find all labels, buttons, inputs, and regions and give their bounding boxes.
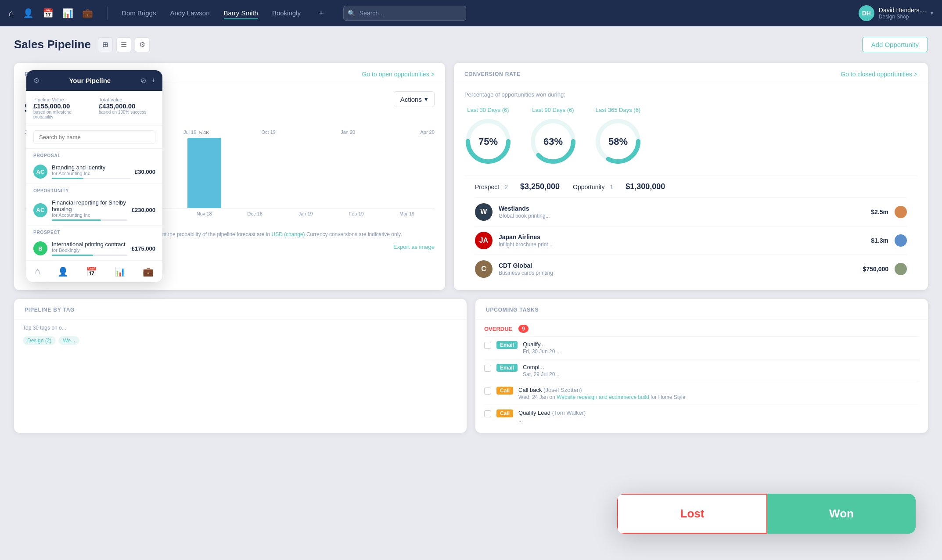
export-button[interactable]: Export as image (393, 244, 435, 250)
opp-desc: Global book printing... (499, 213, 865, 219)
mobile-person-icon[interactable]: 👤 (58, 266, 68, 277)
home-icon[interactable]: ⌂ (9, 8, 14, 18)
nav-tab-barry-smith[interactable]: Barry Smith (224, 7, 258, 19)
mobile-opp-info: Financial reporting for Shelby housing f… (52, 199, 127, 221)
opportunity-row[interactable]: CCDT Global Business cards printing$750,… (475, 255, 907, 283)
opportunity-row[interactable]: JAJapan Airlines Inflight brochure print… (475, 226, 907, 255)
calendar-icon[interactable]: 📅 (43, 8, 54, 18)
mobile-stat-sub: based on 100% success (99, 110, 155, 115)
mobile-opp-item[interactable]: B International printing contract for Bo… (26, 237, 162, 261)
top-navigation: ⌂ 👤 📅 📊 💼 Dom Briggs Andy Lawson Barry S… (0, 0, 942, 26)
add-tab-button[interactable]: + (318, 7, 324, 19)
nav-tab-dom-briggs[interactable]: Dom Briggs (122, 7, 156, 19)
task-checkbox[interactable] (484, 410, 491, 417)
list-view-button[interactable]: ☰ (116, 37, 131, 52)
user-profile[interactable]: DH David Henders.... Design Shop ▾ (859, 5, 933, 21)
task-checkbox[interactable] (484, 342, 491, 349)
settings-view-button[interactable]: ⚙ (135, 37, 150, 52)
opportunity-list: WWestlands Global book printing...$2.5mJ… (464, 197, 917, 283)
mobile-stat: Total Value £435,000.00 based on 100% su… (99, 97, 155, 119)
tasks-card-header: UPCOMING TASKS (475, 299, 928, 319)
mobile-header-icons: ⊘ + (140, 76, 155, 85)
lost-button[interactable]: Lost (617, 494, 767, 534)
filter-icon[interactable]: ⊘ (140, 76, 146, 85)
conversion-rate-card: CONVERSION RATE Go to closed opportuniti… (454, 63, 928, 290)
briefcase-icon[interactable]: 💼 (82, 8, 93, 18)
search-area: 🔍 (343, 6, 466, 21)
chart-date-3: Oct 19 (262, 129, 276, 135)
add-opportunity-button[interactable]: Add Opportunity (862, 37, 928, 52)
mobile-bottom-nav: ⌂ 👤 📅 📊 💼 (26, 261, 162, 282)
actions-label: Actions (400, 96, 422, 103)
pipeline-open-link[interactable]: Go to open opportunities > (362, 71, 435, 78)
mobile-section-label: PROPOSAL (26, 149, 162, 160)
mobile-home-icon[interactable]: ⌂ (35, 266, 40, 277)
overdue-badge: 9 (518, 325, 529, 333)
mobile-opp-info: International printing contract for Book… (52, 241, 127, 256)
mobile-briefcase-icon[interactable]: 💼 (143, 266, 154, 277)
mobile-chart-icon[interactable]: 📊 (115, 266, 126, 277)
opp-amount: $750,000 (863, 266, 888, 273)
task-title: Qualify... (523, 341, 919, 348)
lost-won-buttons: Lost Won (617, 494, 916, 534)
stage-name: Prospect (475, 183, 499, 190)
kanban-view-button[interactable]: ⊞ (98, 37, 113, 52)
nav-divider (107, 7, 108, 20)
chevron-down-icon: ▾ (931, 10, 933, 16)
task-row: EmailQualify...Fri, 30 Jun 20... (484, 336, 919, 359)
mobile-opp-amount: £230,000 (132, 207, 155, 213)
page-title: Sales Pipeline (14, 38, 91, 51)
mobile-calendar-icon[interactable]: 📅 (86, 266, 97, 277)
footer-currency[interactable]: USD (271, 231, 282, 237)
gear-icon[interactable]: ⚙ (33, 76, 40, 85)
tag-subtitle: Top 30 tags on o... (23, 325, 458, 331)
chart-icon[interactable]: 📊 (62, 8, 73, 18)
won-button[interactable]: Won (767, 494, 916, 534)
opportunity-row[interactable]: WWestlands Global book printing...$2.5m (475, 197, 907, 226)
mobile-stat-label: Total Value (99, 97, 155, 102)
donut-period-label[interactable]: Last 90 Days (6) (532, 107, 574, 113)
mobile-opp-amount: £175,000 (132, 245, 155, 252)
opp-info: CDT Global Business cards printing (499, 262, 857, 276)
donut-svg: 58% (594, 118, 642, 165)
mobile-section-label: OPPORTUNITY (26, 184, 162, 195)
donut-period-label[interactable]: Last 30 Days (6) (467, 107, 509, 113)
donut-period-label[interactable]: Last 365 Days (6) (596, 107, 641, 113)
plus-icon[interactable]: + (151, 76, 155, 85)
mobile-opp-bar (52, 178, 130, 179)
tag-pill[interactable]: Design (2) (23, 336, 56, 345)
user-name: David Henders.... (879, 7, 926, 14)
conversion-closed-link[interactable]: Go to closed opportunities > (841, 71, 917, 78)
mobile-search-input[interactable] (33, 130, 155, 144)
tag-card-header: PIPELINE BY TAG (14, 299, 467, 319)
task-content: Qualify...Fri, 30 Jun 20... (523, 341, 919, 355)
mobile-search (26, 126, 162, 149)
task-checkbox[interactable] (484, 388, 491, 395)
actions-button[interactable]: Actions ▾ (394, 91, 435, 107)
stage-name: Opportunity (573, 183, 604, 190)
chart-date-2: Jul 19 (183, 129, 196, 135)
footer-change[interactable]: (change) (284, 231, 305, 237)
mobile-opp-item[interactable]: AC Financial reporting for Shelby housin… (26, 195, 162, 226)
mobile-opp-avatar: AC (33, 203, 47, 217)
search-input[interactable] (343, 6, 466, 21)
mobile-panel: ⚙ Your Pipeline ⊘ + Pipeline Value £155,… (26, 70, 162, 282)
upcoming-tasks-card: UPCOMING TASKS OVERDUE 9 EmailQualify...… (475, 299, 928, 433)
stage-count: 1 (610, 183, 613, 190)
mobile-opp-sub: for Bookingly (52, 248, 127, 253)
bar-x-label: Dec 18 (231, 211, 279, 216)
nav-tab-andy-lawson[interactable]: Andy Lawson (170, 7, 209, 19)
task-link[interactable]: Website redesign and ecommerce build (557, 394, 649, 400)
task-checkbox[interactable] (484, 365, 491, 372)
person-icon[interactable]: 👤 (23, 8, 34, 18)
mobile-opp-item[interactable]: AC Branding and identity for Accounting … (26, 160, 162, 184)
tag-pills: Design (2)We... (23, 336, 458, 345)
task-row: CallQualify Lead (Tom Walker)... (484, 405, 919, 427)
donut-svg: 63% (529, 118, 577, 165)
bar-x-label: Nov 18 (180, 211, 228, 216)
task-type-badge: Call (496, 409, 513, 417)
tag-pill[interactable]: We... (58, 336, 79, 345)
nav-tab-bookingly[interactable]: Bookingly (272, 7, 301, 19)
conversion-subtitle: Percentage of opportunities won during: (464, 91, 917, 98)
svg-text:63%: 63% (543, 136, 563, 147)
